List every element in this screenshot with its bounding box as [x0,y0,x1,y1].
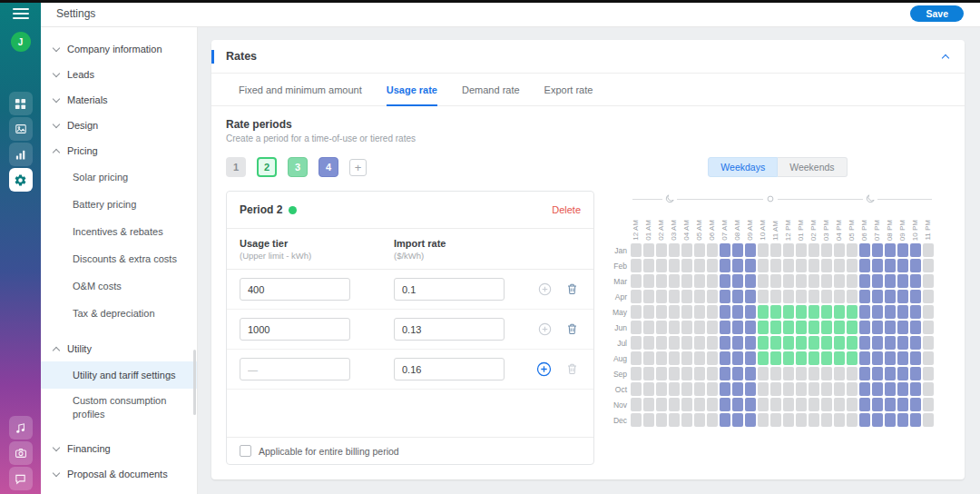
schedule-cell[interactable] [910,336,921,350]
schedule-cell[interactable] [783,243,794,257]
schedule-cell[interactable] [643,305,654,319]
sidebar-item-post-sale-workflow[interactable]: Post sale workflow [41,487,197,494]
schedule-cell[interactable] [897,336,908,350]
schedule-cell[interactable] [796,305,807,319]
schedule-cell[interactable] [631,243,642,257]
schedule-cell[interactable] [910,321,921,334]
schedule-cell[interactable] [694,413,705,427]
schedule-cell[interactable] [681,398,692,411]
schedule-cell[interactable] [847,367,858,380]
sidebar-item-custom-consumption-profiles[interactable]: Custom consumption profiles [41,389,197,427]
schedule-cell[interactable] [783,259,794,272]
schedule-cell[interactable] [770,336,781,350]
schedule-cell[interactable] [847,259,858,272]
schedule-cell[interactable] [707,336,718,350]
schedule-cell[interactable] [656,398,667,411]
schedule-cell[interactable] [707,243,718,257]
sidebar-scrollbar[interactable] [193,350,196,415]
schedule-cell[interactable] [758,321,769,334]
schedule-cell[interactable] [847,243,858,257]
schedule-cell[interactable] [847,274,858,288]
import-rate-input[interactable] [394,278,505,301]
schedule-cell[interactable] [707,259,718,272]
schedule-cell[interactable] [770,274,781,288]
schedule-cell[interactable] [783,290,794,303]
schedule-cell[interactable] [732,290,743,303]
schedule-cell[interactable] [707,398,718,411]
schedule-cell[interactable] [885,382,896,396]
schedule-cell[interactable] [923,259,934,272]
schedule-cell[interactable] [821,274,832,288]
schedule-cell[interactable] [758,259,769,272]
schedule-cell[interactable] [808,274,819,288]
schedule-cell[interactable] [872,259,883,272]
schedule-cell[interactable] [681,351,692,365]
schedule-cell[interactable] [783,336,794,350]
schedule-cell[interactable] [745,382,756,396]
schedule-cell[interactable] [859,336,870,350]
schedule-cell[interactable] [859,413,870,427]
schedule-cell[interactable] [923,336,934,350]
schedule-cell[interactable] [643,321,654,334]
schedule-cell[interactable] [910,243,921,257]
schedule-cell[interactable] [720,413,730,427]
schedule-cell[interactable] [783,321,794,334]
schedule-cell[interactable] [821,290,832,303]
schedule-cell[interactable] [631,259,642,272]
schedule-cell[interactable] [631,290,642,303]
schedule-cell[interactable] [732,336,743,350]
schedule-cell[interactable] [872,367,883,380]
schedule-cell[interactable] [897,243,908,257]
schedule-cell[interactable] [631,413,642,427]
weekdays-toggle[interactable]: Weekdays [708,157,778,177]
sidebar-item-battery-pricing[interactable]: Battery pricing [41,191,197,218]
schedule-cell[interactable] [631,351,642,365]
schedule-cell[interactable] [732,243,743,257]
schedule-cell[interactable] [732,321,743,334]
chat-button[interactable] [9,467,33,490]
schedule-cell[interactable] [720,321,730,334]
schedule-cell[interactable] [796,367,807,380]
schedule-cell[interactable] [821,243,832,257]
schedule-cell[interactable] [885,259,896,272]
schedule-cell[interactable] [783,382,794,396]
schedule-cell[interactable] [859,367,870,380]
schedule-cell[interactable] [808,259,819,272]
schedule-cell[interactable] [783,413,794,427]
schedule-cell[interactable] [808,413,819,427]
schedule-cell[interactable] [732,274,743,288]
schedule-cell[interactable] [656,321,667,334]
period-chip-3[interactable]: 3 [288,157,308,177]
add-tier-icon[interactable] [538,282,552,296]
schedule-cell[interactable] [681,413,692,427]
schedule-cell[interactable] [643,367,654,380]
schedule-cell[interactable] [834,382,845,396]
sidebar-item-materials[interactable]: Materials [41,87,197,113]
sidebar-item-tax-depreciation[interactable]: Tax & depreciation [41,300,197,327]
schedule-cell[interactable] [859,243,870,257]
schedule-cell[interactable] [656,382,667,396]
schedule-cell[interactable] [897,367,908,380]
schedule-cell[interactable] [897,274,908,288]
schedule-cell[interactable] [669,243,680,257]
schedule-cell[interactable] [885,413,896,427]
schedule-cell[interactable] [897,413,908,427]
schedule-cell[interactable] [885,351,896,365]
schedule-cell[interactable] [796,259,807,272]
schedule-cell[interactable] [910,290,921,303]
avatar[interactable]: J [11,32,31,52]
schedule-cell[interactable] [758,336,769,350]
schedule-cell[interactable] [834,243,845,257]
schedule-cell[interactable] [885,321,896,334]
import-rate-input[interactable] [394,318,505,341]
schedule-cell[interactable] [783,351,794,365]
schedule-cell[interactable] [770,243,781,257]
schedule-cell[interactable] [808,336,819,350]
schedule-cell[interactable] [745,413,756,427]
usage-tier-input[interactable] [240,318,350,341]
schedule-cell[interactable] [796,398,807,411]
schedule-cell[interactable] [745,321,756,334]
schedule-cell[interactable] [872,290,883,303]
schedule-cell[interactable] [656,243,667,257]
schedule-cell[interactable] [834,413,845,427]
